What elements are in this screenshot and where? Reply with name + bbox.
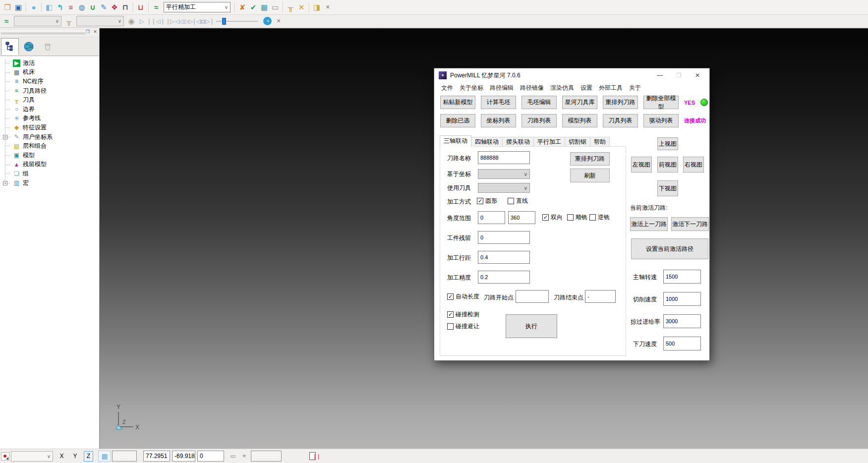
tool-select[interactable]: ∨ (76, 16, 124, 26)
panel-gripper[interactable] (1, 31, 85, 33)
tab-recycle-bin[interactable] (39, 38, 57, 55)
dialog-tab-切割锯[interactable]: 切割锯 (565, 137, 590, 147)
view-bottom-button[interactable]: 下视图 (657, 180, 678, 196)
dialog-action-button-模型列表[interactable]: 模型列表 (562, 114, 597, 127)
toolbar-close-icon[interactable]: ✕ (322, 2, 333, 13)
statusbar-select[interactable]: ∨ (11, 451, 53, 462)
collision-check-checkbox[interactable] (447, 311, 454, 318)
tree-item-层和组合[interactable]: ▤层和组合 (0, 141, 99, 151)
speed-slider[interactable] (216, 16, 258, 26)
step-back-button[interactable]: ◁❘ (156, 16, 165, 26)
refresh-button[interactable]: 刷新 (570, 169, 610, 182)
toolpath-name-input[interactable] (478, 151, 530, 164)
menu-item-2[interactable]: 关于坐标 (460, 84, 483, 92)
tree-item-用户坐标系[interactable]: +✎用户坐标系 (0, 132, 99, 142)
play-button[interactable]: ▷ (137, 16, 146, 26)
mode-circle-checkbox[interactable] (477, 198, 483, 204)
view-top-button[interactable]: 上视图 (657, 137, 678, 150)
angle-to-input[interactable] (508, 211, 535, 224)
shaded-render-icon[interactable]: ● (28, 2, 39, 13)
dialog-tab-四轴联动[interactable]: 四轴联动 (471, 137, 503, 147)
dialog-action-button-刀具列表[interactable]: 刀具列表 (603, 114, 638, 127)
dialog-tab-三轴联动[interactable]: 三轴联动 (440, 135, 471, 147)
dialog-action-button-星河刀具库[interactable]: 星河刀具库 (562, 96, 597, 109)
mode-line-checkbox[interactable] (508, 198, 514, 204)
slider-handle[interactable] (222, 18, 226, 25)
calculator-icon[interactable]: ▦ (259, 2, 270, 13)
tab-world-view[interactable] (20, 38, 38, 55)
tree-item-刀具路径[interactable]: ≈刀具路径 (0, 86, 99, 96)
axis-x-button[interactable]: X (57, 451, 66, 462)
tool-holder-icon[interactable]: ⊓ (120, 2, 131, 13)
clock-icon[interactable]: ◔ (263, 17, 272, 25)
coord-x-field[interactable]: 77.2951 (143, 451, 170, 462)
rapid-heights-icon[interactable]: ≡ (65, 2, 76, 13)
execute-button[interactable]: 执行 (506, 314, 557, 338)
menu-item-7[interactable]: 外部工具 (599, 84, 623, 92)
tree-item-模型[interactable]: ▣模型 (0, 151, 99, 160)
dialog-action-button-毛坯编辑[interactable]: 毛坯编辑 (521, 96, 557, 109)
curve-editor-icon[interactable]: ✎ (98, 2, 109, 13)
dialog-action-button-粘贴新模型[interactable]: 粘贴新模型 (440, 96, 475, 109)
tree-item-参考线[interactable]: ✳参考线 (0, 114, 99, 123)
block-icon[interactable]: ◧ (44, 2, 55, 13)
menu-item-4[interactable]: 路径镜像 (520, 84, 544, 92)
coords-list-icon[interactable]: ≔ (230, 453, 236, 460)
axis-z-button[interactable]: Z (84, 451, 93, 462)
tab-explorer-tree[interactable] (1, 38, 19, 55)
tool-pair-icon[interactable]: ╥ (285, 2, 296, 13)
measure-field[interactable] (251, 451, 282, 462)
menu-item-8[interactable]: 关于 (629, 84, 641, 92)
toolpath-strategy-icon[interactable]: ↰ (55, 2, 65, 13)
view-left-button[interactable]: 左视图 (631, 157, 652, 173)
strategy-select[interactable]: 平行精加工∨ (164, 2, 231, 12)
dialog-tab-帮助[interactable]: 帮助 (590, 137, 610, 147)
minimize-icon[interactable]: — (656, 72, 663, 79)
maximize-icon[interactable]: ❐ (675, 72, 682, 79)
plunge-feed-input[interactable] (663, 337, 701, 350)
menu-item-1[interactable]: 文件 (441, 84, 453, 92)
toolpath-select[interactable]: ∨ (14, 16, 61, 26)
tree-item-边界[interactable]: ○边界 (0, 105, 99, 114)
skim-feed-input[interactable] (663, 314, 701, 328)
tool-used-select[interactable]: ∨ (478, 183, 530, 193)
simbar-close-icon[interactable]: ✕ (273, 16, 284, 27)
lightbulb-icon[interactable]: ◉ (126, 16, 137, 27)
angle-from-input[interactable] (478, 211, 505, 224)
save-icon[interactable]: ▣ (13, 2, 24, 13)
coord-z-field[interactable]: 0 (197, 451, 224, 462)
compare-models-icon[interactable]: ◨ (311, 2, 322, 13)
tree-item-刀具[interactable]: ╥刀具 (0, 95, 99, 105)
conventional-checkbox[interactable] (589, 214, 596, 221)
start-point-input[interactable] (516, 290, 549, 303)
active-toolpath-icon[interactable]: ≈ (151, 2, 162, 13)
dialog-action-button-删除全部模型[interactable]: 删除全部模型 (643, 96, 679, 109)
dialog-action-button-驱动列表[interactable]: 驱动列表 (643, 114, 679, 127)
tree-item-宏[interactable]: +▥宏 (0, 178, 99, 188)
stepover-input[interactable] (478, 251, 530, 264)
go-end-button[interactable]: ▷▷❘ (203, 16, 212, 26)
tool-database-icon[interactable]: ◍ (76, 2, 87, 13)
tree-item-特征设置[interactable]: ◆特征设置 (0, 123, 99, 132)
toolpath-icon[interactable]: ≈ (1, 16, 12, 27)
dialog-action-button-重排列刀路[interactable]: 重排列刀路 (603, 96, 638, 109)
coord-y-field[interactable]: -69.918 (172, 451, 195, 462)
measure-icon[interactable]: ▭ (270, 2, 281, 13)
toolpath-verify-icon[interactable]: ✔ (248, 2, 259, 13)
expand-icon[interactable]: + (3, 181, 7, 185)
dialog-action-button-坐标列表[interactable]: 坐标列表 (481, 114, 516, 127)
dialog-title-bar[interactable]: ✦ PowerMILL 忆梦星河 7.0.6 — ❐ ✕ (434, 68, 709, 82)
toolpath-delete-icon[interactable]: ✘ (237, 2, 248, 13)
auto-length-checkbox[interactable] (447, 293, 454, 300)
activate-prev-toolpath-button[interactable]: 激活上一刀路 (630, 217, 668, 231)
panel-restore-button[interactable]: ❐ (85, 29, 91, 35)
dialog-tab-平行加工[interactable]: 平行加工 (534, 137, 565, 147)
activate-next-toolpath-button[interactable]: 激活下一刀路 (671, 217, 709, 231)
panel-close-button[interactable]: ✕ (92, 29, 98, 35)
menu-item-5[interactable]: 渲染仿真 (550, 84, 574, 92)
leads-links-icon[interactable]: ∪ (87, 2, 98, 13)
axis-y-button[interactable]: Y (70, 451, 80, 462)
view-right-button[interactable]: 右视图 (683, 157, 704, 173)
tools-icon[interactable]: ╥ (63, 16, 74, 27)
spindle-speed-input[interactable] (663, 270, 701, 284)
